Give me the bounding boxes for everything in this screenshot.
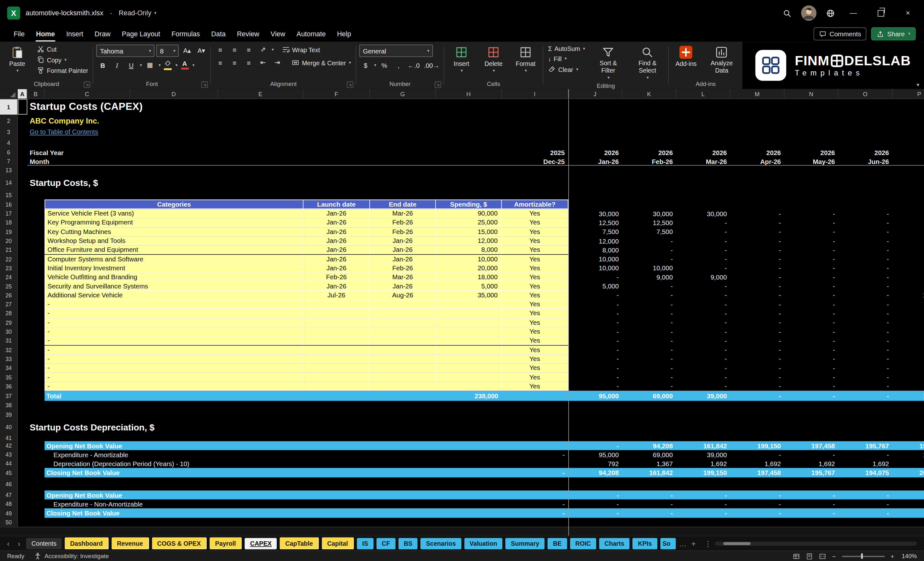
amortizable-cell[interactable]: Yes: [502, 354, 568, 364]
row-header-24[interactable]: 24: [0, 273, 17, 282]
value-cell[interactable]: -: [676, 318, 730, 327]
value-cell[interactable]: -: [838, 218, 892, 227]
value-cell[interactable]: -: [892, 246, 924, 255]
value-cell[interactable]: 7,500: [568, 227, 622, 237]
amortizable-cell[interactable]: Yes: [502, 382, 568, 391]
comma-format-button[interactable]: ,: [392, 60, 405, 70]
value-cell[interactable]: 30,000: [568, 209, 622, 218]
spending-cell[interactable]: [436, 336, 502, 345]
month-value[interactable]: Feb-26: [622, 157, 676, 165]
value-cell[interactable]: -: [730, 209, 784, 218]
sheet-tab-capital[interactable]: Capital: [322, 537, 354, 549]
value-cell[interactable]: -: [568, 273, 622, 282]
category-cell[interactable]: -: [45, 364, 303, 373]
amortizable-cell[interactable]: Yes: [502, 273, 568, 282]
value-cell[interactable]: -: [838, 309, 892, 318]
value-cell[interactable]: -: [838, 450, 892, 459]
amortizable-cell[interactable]: Yes: [502, 236, 568, 246]
value-cell[interactable]: -: [784, 450, 838, 459]
month-value[interactable]: Dec-25: [502, 157, 568, 165]
value-cell[interactable]: -: [622, 291, 676, 300]
category-cell[interactable]: Additional Service Vehicle: [45, 291, 303, 300]
italic-button[interactable]: I: [111, 60, 123, 70]
value-cell[interactable]: 1,367: [622, 459, 676, 468]
value-cell[interactable]: -: [502, 468, 568, 478]
column-header-E[interactable]: E: [218, 89, 303, 99]
spending-cell[interactable]: [436, 364, 502, 373]
launch-date-cell[interactable]: [303, 318, 370, 327]
zoom-out-button[interactable]: −: [832, 552, 836, 560]
value-cell[interactable]: -: [784, 382, 838, 391]
value-cell[interactable]: -: [838, 490, 892, 500]
value-cell[interactable]: -: [838, 391, 892, 401]
value-cell[interactable]: 7,500: [622, 227, 676, 237]
value-cell[interactable]: -: [892, 336, 924, 345]
row-header-15[interactable]: 15: [0, 190, 17, 200]
value-cell[interactable]: 1,692: [784, 459, 838, 468]
sheet-tab-payroll[interactable]: Payroll: [210, 537, 242, 549]
row-header-34[interactable]: 34: [0, 364, 17, 373]
value-cell[interactable]: -: [838, 327, 892, 336]
launch-date-cell[interactable]: [303, 300, 370, 309]
value-cell[interactable]: 10,000: [568, 254, 622, 264]
accessibility-status[interactable]: Accessibility: Investigate: [34, 552, 109, 560]
sheet-tab-kpis[interactable]: KPIs: [633, 538, 657, 549]
value-cell[interactable]: -: [838, 382, 892, 391]
wrap-text-button[interactable]: Wrap Text: [280, 45, 322, 54]
value-cell[interactable]: -: [838, 508, 892, 518]
borders-button[interactable]: ▦: [144, 60, 156, 70]
value-cell[interactable]: -: [892, 227, 924, 237]
fiscal-year-value[interactable]: 2026: [730, 148, 784, 157]
month-value[interactable]: Jan-26: [568, 157, 622, 165]
end-date-cell[interactable]: [370, 300, 436, 309]
value-cell[interactable]: -: [568, 336, 622, 345]
value-cell[interactable]: -: [784, 291, 838, 300]
middle-align-button[interactable]: ≡: [228, 45, 241, 55]
accounting-format-button[interactable]: $: [360, 60, 372, 70]
column-header-A[interactable]: A: [18, 89, 27, 99]
value-cell[interactable]: -: [784, 327, 838, 336]
month-value[interactable]: Mar-26: [676, 157, 730, 165]
end-date-cell[interactable]: Aug-26: [370, 291, 436, 300]
fill-color-button[interactable]: [162, 60, 173, 70]
globe-icon[interactable]: [826, 9, 835, 18]
spending-cell[interactable]: [436, 327, 502, 336]
value-cell[interactable]: -: [730, 391, 784, 401]
value-cell[interactable]: -: [784, 345, 838, 355]
collapse-ribbon-button[interactable]: ▾: [916, 82, 919, 88]
value-cell[interactable]: -: [622, 254, 676, 264]
value-cell[interactable]: 39,000: [676, 450, 730, 459]
row-header-18[interactable]: 18: [0, 218, 17, 227]
value-cell[interactable]: -: [568, 309, 622, 318]
value-cell[interactable]: -: [568, 508, 622, 518]
category-cell[interactable]: Service Vehicle Fleet (3 vans): [45, 209, 303, 218]
value-cell[interactable]: -: [838, 273, 892, 282]
row-header-35[interactable]: 35: [0, 372, 17, 382]
amortizable-cell[interactable]: Yes: [502, 282, 568, 291]
increase-indent-button[interactable]: ⇥: [271, 58, 284, 68]
sheet-tab-contents[interactable]: Contents: [26, 538, 62, 549]
value-cell[interactable]: -: [730, 372, 784, 382]
sheet-tab-is[interactable]: IS: [357, 538, 374, 549]
bottom-align-button[interactable]: ≡: [243, 45, 255, 55]
analyze-data-button[interactable]: Analyze Data: [704, 45, 740, 75]
next-sheet-button[interactable]: ›: [15, 539, 22, 547]
value-cell[interactable]: -: [838, 336, 892, 345]
value-cell[interactable]: -: [676, 282, 730, 291]
value-cell[interactable]: -: [568, 354, 622, 364]
amortizable-cell[interactable]: Yes: [502, 318, 568, 327]
value-cell[interactable]: 69,000: [622, 450, 676, 459]
spending-cell[interactable]: [436, 372, 502, 382]
fiscal-year-value[interactable]: 2026: [838, 148, 892, 157]
value-cell[interactable]: -: [622, 382, 676, 391]
scrollbar-thumb[interactable]: [723, 542, 751, 545]
value-cell[interactable]: -: [892, 327, 924, 336]
delete-cells-button[interactable]: Delete▾: [479, 45, 508, 74]
sheet-tab-revenue[interactable]: Revenue: [111, 537, 149, 549]
value-cell[interactable]: -: [730, 508, 784, 518]
decrease-decimal-button[interactable]: .00→: [423, 60, 441, 70]
end-date-cell[interactable]: [370, 336, 436, 345]
fiscal-year-value[interactable]: 2026: [892, 148, 924, 157]
value-cell[interactable]: -: [784, 209, 838, 218]
end-date-cell[interactable]: Feb-26: [370, 218, 436, 227]
